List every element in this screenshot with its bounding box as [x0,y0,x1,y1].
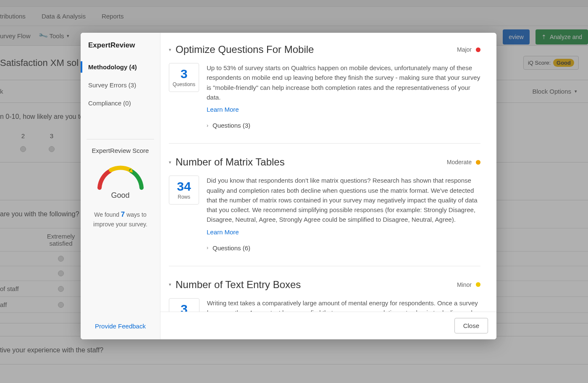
issue-title: Number of Text Entry Boxes [176,279,301,291]
sidebar-item-compliance[interactable]: Compliance (0) [81,94,160,112]
sidebar-item-label: Survey Errors (3) [88,81,136,89]
severity-badge: Major [457,46,480,53]
expand-questions[interactable]: › Questions (3) [207,122,480,129]
severity-dot-icon [476,47,480,52]
count-box: 3 Text Boxes [169,298,200,312]
provide-feedback-link[interactable]: Provide Feedback [95,323,146,330]
score-value: Good [81,191,160,200]
modal-title: ExpertReview [81,33,160,58]
issue-card: ▾ Number of Matrix Tables Moderate 34 Ro… [169,156,480,266]
sidebar-item-label: Methodology (4) [88,63,137,71]
severity-dot-icon [476,160,480,165]
severity-dot-icon [476,282,480,287]
issue-description: Did you know that respondents don't like… [207,176,480,237]
modal-sidebar: ExpertReview Methodology (4) Survey Erro… [81,33,160,339]
improvement-summary: We found 7 ways to improve your survey. [87,209,153,229]
chevron-down-icon[interactable]: ▾ [169,160,171,165]
learn-more-link[interactable]: Learn More [207,227,239,237]
issue-title: Number of Matrix Tables [176,156,285,168]
close-button[interactable]: Close [454,318,488,333]
modal-footer: Close [160,312,496,339]
severity-badge: Moderate [447,159,480,165]
chevron-down-icon[interactable]: ▾ [169,282,171,287]
chevron-right-icon: › [207,245,208,251]
issue-card: ▾ Optimize Questions For Mobile Major 3 … [169,44,480,144]
sidebar-item-methodology[interactable]: Methodology (4) [81,58,160,76]
chevron-down-icon[interactable]: ▾ [169,47,171,52]
issue-title: Optimize Questions For Mobile [176,44,314,55]
issue-card: ▾ Number of Text Entry Boxes Minor 3 Tex… [169,279,480,312]
learn-more-link[interactable]: Learn More [207,105,239,114]
count-box: 34 Rows [169,176,199,205]
issue-description: Up to 53% of survey starts on Qualtrics … [207,63,480,114]
issue-description: Writing text takes a comparatively large… [207,298,480,312]
score-heading: ExpertReview Score [81,147,160,154]
expert-review-modal: ExpertReview Methodology (4) Survey Erro… [81,33,496,339]
sidebar-item-survey-errors[interactable]: Survey Errors (3) [81,76,160,94]
modal-main: ▾ Optimize Questions For Mobile Major 3 … [160,33,496,339]
expand-questions[interactable]: › Questions (6) [207,244,480,252]
severity-badge: Minor [457,281,480,288]
chevron-right-icon: › [207,123,208,129]
gauge-icon [93,158,148,192]
issues-scroll[interactable]: ▾ Optimize Questions For Mobile Major 3 … [160,33,496,312]
count-box: 3 Questions [169,63,199,92]
sidebar-item-label: Compliance (0) [88,100,131,107]
